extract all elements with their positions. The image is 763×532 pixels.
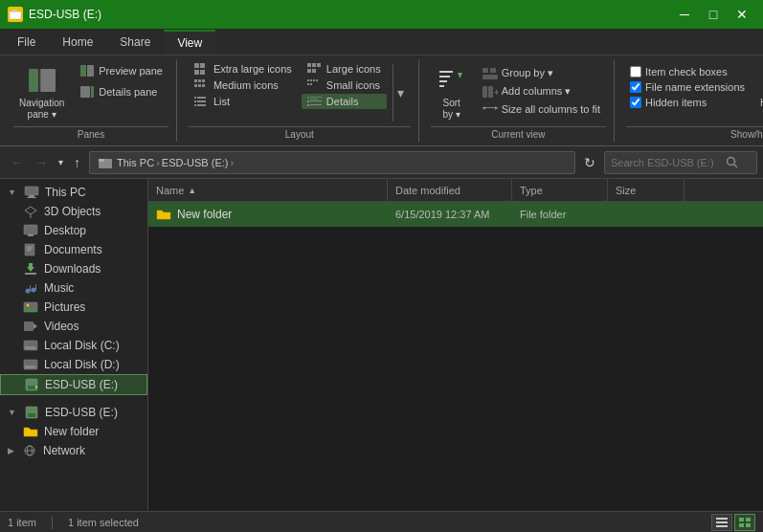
group-by-label: Group by ▾	[502, 67, 553, 79]
size-all-columns-label: Size all columns to fit	[502, 103, 600, 115]
list-icon	[194, 96, 210, 107]
sort-by-button[interactable]: Sortby ▾	[431, 61, 473, 124]
size-all-columns-button[interactable]: Size all columns to fit	[477, 101, 606, 117]
sidebar-item-desktop[interactable]: Desktop	[0, 221, 147, 240]
hidden-items-check[interactable]: Hidden items	[626, 96, 749, 109]
file-area: Name ▲ Date modified Type Size New folde…	[148, 179, 763, 511]
address-bar[interactable]: This PC › ESD-USB (E:) ›	[89, 151, 575, 174]
group-by-button[interactable]: Group by ▾	[477, 65, 606, 81]
extra-large-icons-button[interactable]: Extra large icons	[189, 61, 298, 77]
svg-rect-46	[439, 85, 444, 87]
tab-home[interactable]: Home	[49, 30, 106, 55]
file-extensions-input[interactable]	[630, 81, 641, 93]
sidebar-item-3d-objects[interactable]: 3D Objects	[0, 202, 147, 221]
nav-pane-button[interactable]: Navigationpane ▾	[13, 61, 70, 124]
sidebar-documents-label: Documents	[44, 243, 102, 256]
svg-rect-33	[316, 79, 318, 81]
search-input[interactable]	[611, 157, 726, 168]
up-button[interactable]: ↑	[69, 152, 85, 173]
svg-text:+: +	[494, 87, 498, 98]
small-icons-button[interactable]: Small icons	[302, 78, 387, 93]
sidebar-item-network[interactable]: ▶ Network	[0, 441, 147, 460]
svg-rect-23	[194, 104, 196, 106]
sidebar-item-music[interactable]: Music	[0, 278, 147, 298]
sidebar-videos-label: Videos	[44, 320, 79, 333]
svg-marker-75	[25, 207, 36, 214]
tab-share[interactable]: Share	[106, 30, 164, 55]
maximize-button[interactable]: □	[700, 5, 727, 24]
col-header-name[interactable]: Name ▲	[148, 179, 388, 201]
group-by-icon	[482, 68, 498, 79]
item-checkboxes-input[interactable]	[630, 66, 641, 78]
sidebar-item-documents[interactable]: Documents	[0, 240, 147, 259]
new-folder-tree-icon	[23, 425, 38, 438]
sidebar-item-local-d[interactable]: Local Disk (D:)	[0, 355, 147, 374]
recent-locations-button[interactable]: ▾	[54, 154, 68, 170]
close-button[interactable]: ✕	[729, 5, 755, 24]
expand-arrow-esd: ▼	[8, 408, 16, 417]
sidebar-item-new-folder[interactable]: New folder	[0, 422, 147, 441]
item-checkboxes-check[interactable]: Item check boxes	[626, 65, 749, 78]
svg-rect-84	[29, 263, 33, 267]
refresh-button[interactable]: ↻	[579, 152, 600, 173]
large-icons-button[interactable]: Large icons	[302, 61, 387, 77]
title-text: ESD-USB (E:)	[29, 8, 101, 21]
sidebar-item-downloads[interactable]: Downloads	[0, 259, 147, 278]
hide-selected-button[interactable]: Hide selecteditems	[754, 61, 763, 124]
details-button[interactable]: Details	[302, 94, 387, 109]
medium-icons-button[interactable]: Medium icons	[189, 78, 298, 93]
pc-icon	[24, 186, 39, 199]
svg-rect-34	[307, 83, 309, 85]
sidebar-item-pictures[interactable]: Pictures	[0, 298, 147, 317]
sidebar-item-esd-usb-drive[interactable]: ESD-USB (E:)	[0, 374, 147, 395]
svg-rect-37	[310, 97, 322, 98]
back-button[interactable]: ←	[6, 152, 29, 173]
svg-rect-15	[202, 79, 205, 82]
svg-rect-111	[716, 521, 728, 523]
svg-rect-49	[490, 68, 496, 73]
medium-icons-icon	[194, 79, 210, 91]
tab-file[interactable]: File	[4, 30, 49, 55]
sort-by-label: Sortby ▾	[443, 98, 460, 121]
ribbon-group-layout: Extra large icons Medium icons List Larg…	[181, 59, 419, 142]
sidebar-desktop-label: Desktop	[44, 224, 86, 237]
svg-rect-48	[482, 68, 488, 73]
sidebar-item-local-c[interactable]: Local Disk (C:)	[0, 336, 147, 355]
svg-rect-0	[10, 11, 21, 19]
ribbon-tabs: File Home Share View	[0, 29, 763, 55]
col-header-size[interactable]: Size	[608, 179, 684, 201]
large-icons-view-btn[interactable]	[734, 514, 755, 531]
details-view-btn[interactable]	[711, 514, 732, 531]
list-button[interactable]: List	[189, 94, 298, 109]
sidebar-item-videos[interactable]: Videos	[0, 317, 147, 336]
3d-objects-icon	[23, 205, 38, 218]
sidebar-item-esd-usb-tree[interactable]: ▼ ESD-USB (E:)	[0, 403, 147, 422]
add-columns-button[interactable]: + Add columns ▾	[477, 83, 606, 100]
hidden-items-input[interactable]	[630, 97, 641, 108]
file-extensions-check[interactable]: File name extensions	[626, 80, 749, 94]
expand-layout-button[interactable]: ▾	[393, 83, 409, 102]
col-header-date[interactable]: Date modified	[388, 179, 512, 201]
svg-rect-12	[200, 70, 205, 75]
pictures-icon	[23, 300, 38, 314]
ribbon-group-current-view: Sortby ▾ Group by ▾ + Add columns ▾ Size…	[423, 59, 615, 142]
svg-rect-22	[197, 100, 206, 102]
forward-button[interactable]: →	[30, 152, 53, 173]
tab-view[interactable]: View	[164, 30, 215, 55]
layout-content: Extra large icons Medium icons List Larg…	[189, 61, 411, 124]
search-box[interactable]	[604, 151, 757, 174]
sidebar-item-this-pc[interactable]: ▼ This PC	[0, 183, 147, 202]
svg-point-101	[34, 366, 36, 368]
preview-pane-button[interactable]: Preview pane	[74, 61, 168, 80]
col-size-label: Size	[616, 185, 636, 196]
table-row[interactable]: New folder 6/15/2019 12:37 AM File folde…	[148, 202, 763, 227]
search-icon	[726, 156, 739, 169]
details-pane-button[interactable]: Details pane	[74, 82, 168, 101]
sidebar-3d-label: 3D Objects	[44, 205, 101, 218]
svg-line-71	[734, 164, 738, 167]
col-header-type[interactable]: Type	[512, 179, 608, 201]
svg-point-98	[34, 347, 36, 349]
svg-marker-55	[482, 106, 485, 110]
minimize-button[interactable]: ─	[671, 5, 698, 24]
file-date-cell: 6/15/2019 12:37 AM	[395, 209, 520, 220]
